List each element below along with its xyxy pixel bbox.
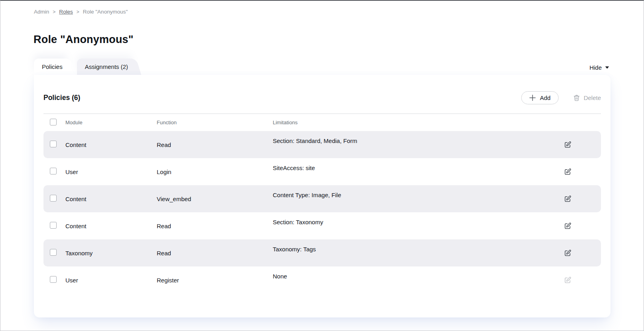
row-checkbox-cell	[43, 276, 65, 284]
panel-actions: Add Delete	[521, 91, 601, 104]
limitations-cell: SiteAccess: site	[273, 165, 563, 171]
breadcrumb-item-current: Role "Anonymous"	[83, 9, 128, 15]
panel-title: Policies (6)	[43, 94, 80, 102]
breadcrumb-separator: >	[53, 9, 55, 15]
tab-bar: Policies Assignments (2)	[34, 59, 132, 75]
edit-icon	[564, 141, 571, 149]
tab-assignments-label: Assignments (2)	[85, 63, 128, 70]
tab-policies-label: Policies	[42, 63, 63, 70]
table-header-row: Module Function Limitations	[43, 114, 601, 131]
limitations-cell: Section: Taxonomy	[273, 219, 563, 225]
function-cell: Read	[157, 141, 273, 148]
breadcrumb-item-roles[interactable]: Roles	[59, 9, 73, 15]
policy-row: Taxonomy Read Taxonomy: Tags	[43, 239, 601, 266]
delete-button-label: Delete	[584, 94, 601, 101]
policy-row: User Login SiteAccess: site	[43, 158, 601, 185]
delete-policy-button[interactable]: Delete	[573, 94, 601, 102]
row-checkbox[interactable]	[50, 276, 57, 283]
tab-assignments[interactable]: Assignments (2)	[77, 59, 132, 75]
tab-policies[interactable]: Policies	[34, 59, 67, 75]
plus-icon	[529, 94, 536, 101]
edit-icon	[564, 276, 571, 284]
breadcrumb-item-admin: Admin	[34, 9, 49, 15]
row-checkbox-cell	[43, 141, 65, 149]
select-all-checkbox[interactable]	[50, 119, 57, 125]
row-checkbox-cell	[43, 168, 65, 176]
limitations-cell: Section: Standard, Media, Form	[273, 137, 563, 144]
admin-role-page: Admin > Roles > Role "Anonymous" Role "A…	[0, 0, 644, 331]
breadcrumb-separator: >	[77, 9, 79, 15]
function-cell: Login	[157, 168, 273, 175]
header-checkbox-cell	[43, 119, 65, 127]
function-cell: Read	[157, 250, 273, 257]
edit-cell	[563, 168, 601, 176]
policies-table-body: Content Read Section: Standard, Media, F…	[43, 131, 601, 294]
limitations-cell: None	[273, 273, 563, 280]
edit-icon	[564, 168, 571, 176]
module-cell: User	[65, 277, 157, 284]
column-header-module: Module	[65, 119, 157, 125]
edit-cell	[563, 276, 601, 284]
function-cell: View_embed	[157, 196, 273, 202]
row-checkbox-cell	[43, 249, 65, 257]
policies-table: Module Function Limitations Content Read…	[43, 114, 601, 294]
limitations-cell: Taxonomy: Tags	[273, 246, 563, 253]
module-cell: Taxonomy	[65, 250, 157, 257]
trash-icon	[573, 94, 580, 102]
limitations-cell: Content Type: Image, File	[273, 192, 563, 198]
row-checkbox[interactable]	[50, 195, 57, 202]
row-checkbox[interactable]	[50, 168, 57, 174]
policy-row: User Register None	[43, 266, 601, 294]
column-header-limitations: Limitations	[273, 119, 563, 125]
breadcrumb: Admin > Roles > Role "Anonymous"	[34, 9, 128, 15]
edit-policy-button[interactable]	[564, 276, 571, 284]
edit-cell	[563, 141, 601, 149]
edit-cell	[563, 222, 601, 230]
edit-cell	[563, 249, 601, 257]
policy-row: Content View_embed Content Type: Image, …	[43, 185, 601, 212]
function-cell: Read	[157, 223, 273, 229]
function-cell: Register	[157, 277, 273, 284]
row-checkbox[interactable]	[50, 249, 57, 256]
add-button-label: Add	[540, 94, 551, 101]
row-checkbox-cell	[43, 222, 65, 230]
row-checkbox-cell	[43, 195, 65, 203]
edit-policy-button[interactable]	[564, 222, 571, 230]
hide-toggle-label: Hide	[589, 64, 602, 71]
column-header-function: Function	[157, 119, 273, 125]
module-cell: Content	[65, 141, 157, 148]
policies-panel: Policies (6) Add Delete	[34, 75, 611, 317]
module-cell: Content	[65, 223, 157, 229]
caret-down-icon	[605, 66, 609, 69]
edit-policy-button[interactable]	[564, 195, 571, 203]
edit-icon	[564, 249, 571, 257]
policy-row: Content Read Section: Standard, Media, F…	[43, 131, 601, 158]
edit-policy-button[interactable]	[564, 141, 571, 149]
edit-cell	[563, 195, 601, 203]
module-cell: User	[65, 168, 157, 175]
edit-icon	[564, 222, 571, 230]
row-checkbox[interactable]	[50, 141, 57, 147]
policy-row: Content Read Section: Taxonomy	[43, 212, 601, 239]
module-cell: Content	[65, 196, 157, 202]
page-title: Role "Anonymous"	[33, 33, 134, 46]
panel-header: Policies (6) Add Delete	[43, 75, 601, 114]
hide-toggle[interactable]: Hide	[589, 64, 609, 71]
edit-icon	[564, 195, 571, 203]
row-checkbox[interactable]	[50, 222, 57, 229]
edit-policy-button[interactable]	[564, 168, 571, 176]
edit-policy-button[interactable]	[564, 249, 571, 257]
add-policy-button[interactable]: Add	[521, 91, 559, 104]
